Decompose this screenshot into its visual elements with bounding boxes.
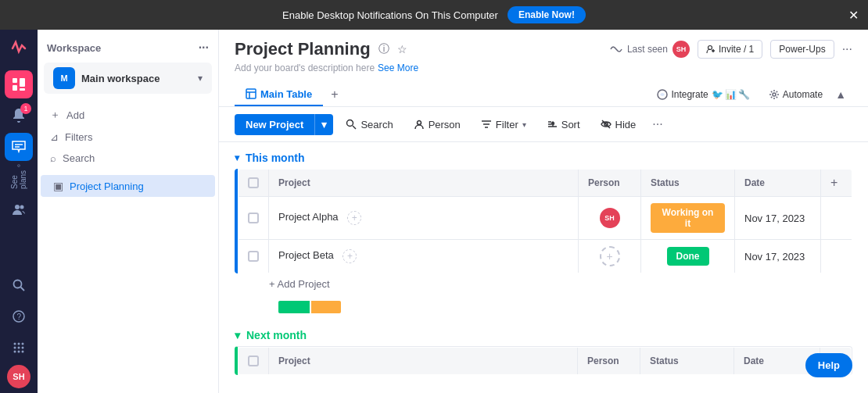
add-project-row[interactable]: + Add Project bbox=[235, 273, 852, 295]
summary-bar bbox=[269, 298, 350, 316]
col-status-header: Status bbox=[641, 170, 735, 197]
col-select-all[interactable] bbox=[239, 170, 269, 197]
project-info-icon[interactable]: ⓘ bbox=[378, 42, 389, 56]
rail-icon-notifications[interactable]: 1 bbox=[5, 102, 33, 130]
integrate-button[interactable]: Integrate 🐦 📊 🔧 bbox=[651, 86, 755, 103]
select-all-checkbox[interactable] bbox=[248, 177, 259, 188]
row-1-checkbox[interactable] bbox=[248, 213, 259, 223]
filters-icon: ⊿ bbox=[50, 131, 59, 143]
project-title-row: Project Planning ⓘ ☆ Last seen SH bbox=[235, 39, 852, 59]
workspace-name: Main workspace bbox=[81, 73, 192, 84]
icon-rail: 1 See plans bbox=[0, 30, 38, 393]
new-project-chevron-icon[interactable]: ▾ bbox=[314, 114, 333, 135]
add-project-label: + Add Project bbox=[269, 278, 330, 290]
project-description: Add your board's description here See Mo… bbox=[235, 63, 418, 73]
last-seen: Last seen SH bbox=[610, 41, 690, 58]
rail-icon-see-plans[interactable]: See plans bbox=[5, 164, 33, 192]
next-month-group-header[interactable]: ▾ Next month bbox=[235, 320, 852, 346]
date-beta-cell: Nov 17, 2023 bbox=[735, 240, 821, 273]
svg-point-30 bbox=[347, 120, 353, 127]
sidebar-nav-search[interactable]: ⌕ Search bbox=[38, 148, 218, 169]
person-alpha-avatar: SH bbox=[600, 208, 620, 228]
see-more-link[interactable]: See More bbox=[378, 63, 418, 73]
user-avatar-rail[interactable]: SH bbox=[7, 365, 30, 388]
app-logo[interactable] bbox=[6, 36, 31, 61]
filter-button[interactable]: Filter ▾ bbox=[473, 115, 534, 134]
this-month-chevron-icon: ▾ bbox=[235, 152, 239, 163]
enable-now-button[interactable]: Enable Now! bbox=[508, 6, 586, 23]
next-col-status-header: Status bbox=[640, 348, 734, 375]
add-column-button[interactable]: + bbox=[830, 176, 838, 190]
project-star-icon[interactable]: ☆ bbox=[397, 43, 407, 55]
rail-icon-boards[interactable] bbox=[5, 70, 33, 98]
svg-point-14 bbox=[18, 343, 20, 345]
svg-rect-2 bbox=[20, 78, 25, 87]
next-col-select-all[interactable] bbox=[239, 348, 269, 375]
project-title: Project Planning bbox=[235, 39, 371, 59]
rail-icon-grid[interactable] bbox=[5, 334, 33, 362]
add-person-to-beta-button[interactable]: + bbox=[343, 249, 357, 263]
person-label: Person bbox=[429, 119, 461, 130]
toolbar-more-button[interactable]: ··· bbox=[648, 113, 666, 135]
invite-button[interactable]: Invite / 1 bbox=[698, 40, 762, 59]
new-project-button[interactable]: New Project ▾ bbox=[235, 114, 333, 135]
banner-close-button[interactable]: ✕ bbox=[848, 8, 859, 23]
filters-label: Filters bbox=[65, 131, 92, 143]
sidebar-nav-filters[interactable]: ⊿ Filters bbox=[38, 127, 218, 148]
sidebar-item-label: Project Planning bbox=[70, 180, 144, 192]
svg-line-31 bbox=[353, 126, 356, 129]
next-select-all-checkbox[interactable] bbox=[248, 355, 259, 366]
notification-badge: 1 bbox=[20, 103, 31, 114]
project-meta-row: Add your board's description here See Mo… bbox=[235, 63, 852, 73]
tab-main-table-label: Main Table bbox=[260, 88, 312, 100]
status-beta-cell[interactable]: Done bbox=[641, 240, 735, 273]
tab-main-table[interactable]: Main Table bbox=[235, 84, 323, 106]
workspace-label: Workspace bbox=[47, 42, 101, 54]
rail-icon-inbox[interactable] bbox=[5, 133, 33, 161]
status-alpha-cell[interactable]: Working on it bbox=[641, 197, 735, 240]
tab-add-button[interactable]: + bbox=[323, 83, 346, 106]
col-project-header: Project bbox=[269, 170, 579, 197]
workspace-more-button[interactable]: ··· bbox=[199, 41, 209, 55]
hide-button[interactable]: Hide bbox=[593, 115, 644, 134]
powerups-button[interactable]: Power-Ups bbox=[770, 40, 834, 59]
help-button[interactable]: Help bbox=[805, 353, 852, 377]
this-month-label: This month bbox=[246, 152, 304, 164]
sidebar-item-project-planning[interactable]: ▣ Project Planning bbox=[41, 175, 215, 197]
workspace-chevron-icon: ▾ bbox=[198, 73, 203, 84]
header-more-button[interactable]: ··· bbox=[842, 42, 852, 56]
automate-label: Automate bbox=[783, 89, 823, 100]
next-col-project-header: Project bbox=[269, 348, 578, 375]
add-person-to-alpha-button[interactable]: + bbox=[347, 211, 361, 225]
next-month-chevron-icon: ▾ bbox=[235, 329, 240, 341]
row-2-checkbox[interactable] bbox=[248, 251, 259, 262]
sidebar-nav-add[interactable]: ＋ Add bbox=[38, 103, 218, 127]
automate-button[interactable]: Automate bbox=[762, 86, 829, 103]
svg-point-21 bbox=[22, 351, 24, 353]
next-col-person-header: Person bbox=[578, 348, 640, 375]
person-filter-button[interactable]: Person bbox=[406, 115, 468, 134]
svg-point-8 bbox=[20, 205, 24, 209]
tabs-collapse-button[interactable]: ▲ bbox=[835, 88, 846, 101]
row-checkbox-cell[interactable] bbox=[239, 197, 269, 240]
sidebar-nav: ＋ Add ⊿ Filters ⌕ Search bbox=[38, 97, 218, 175]
rail-icon-help[interactable]: ? bbox=[5, 302, 33, 330]
see-plans-label: See plans bbox=[10, 167, 27, 192]
integrate-icons: 🐦 📊 🔧 bbox=[712, 89, 750, 100]
rail-icon-search[interactable] bbox=[5, 271, 33, 299]
sort-button[interactable]: Sort bbox=[539, 115, 588, 134]
row-2-checkbox-cell[interactable] bbox=[239, 240, 269, 273]
rail-icon-people[interactable] bbox=[5, 195, 33, 223]
workspace-selector[interactable]: M Main workspace ▾ bbox=[44, 63, 212, 94]
project-alpha-name: Project Alpha bbox=[278, 211, 339, 223]
this-month-group-header[interactable]: ▾ This month bbox=[235, 142, 852, 169]
svg-line-10 bbox=[21, 288, 25, 291]
col-date-header: Date bbox=[735, 170, 821, 197]
col-add-header[interactable]: + bbox=[821, 170, 852, 197]
col-person-header: Person bbox=[579, 170, 641, 197]
project-beta-cell: Project Beta + bbox=[269, 240, 579, 273]
project-alpha-cell: Project Alpha + bbox=[269, 197, 579, 240]
svg-point-18 bbox=[22, 347, 24, 349]
board-icon: ▣ bbox=[53, 180, 63, 192]
search-button[interactable]: Search bbox=[338, 115, 400, 134]
